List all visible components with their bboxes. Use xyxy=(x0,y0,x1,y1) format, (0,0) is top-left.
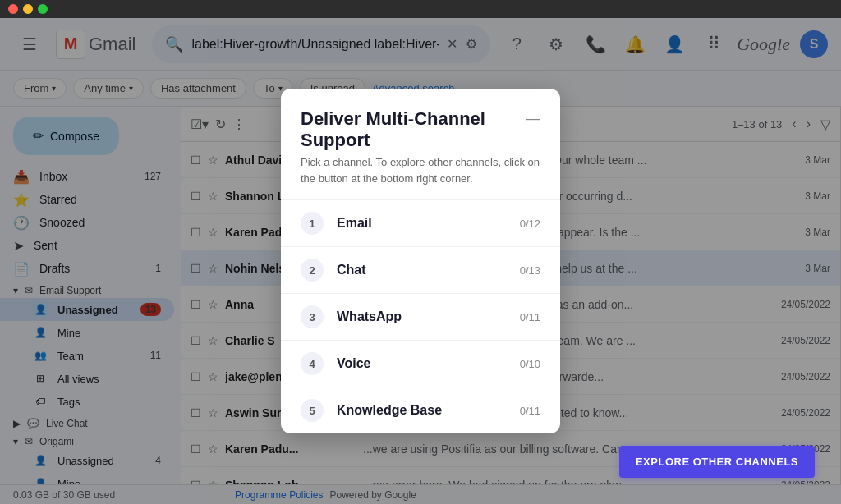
channel-num: 2 xyxy=(301,259,324,282)
window-minimize-btn[interactable] xyxy=(23,4,33,14)
channel-num: 1 xyxy=(301,212,324,235)
channel-item-voice[interactable]: 4 Voice 0/10 xyxy=(281,340,560,387)
channel-count: 0/10 xyxy=(520,358,540,370)
channel-num: 5 xyxy=(301,399,324,422)
channel-name: Email xyxy=(337,216,507,231)
modal-title: Deliver Multi-Channel Support xyxy=(301,108,526,152)
channel-count: 0/11 xyxy=(520,405,540,417)
channel-count: 0/12 xyxy=(520,218,540,230)
window-chrome xyxy=(0,0,841,18)
channel-item-whatsapp[interactable]: 3 WhatsApp 0/11 xyxy=(281,293,560,340)
modal-close-button[interactable]: — xyxy=(526,110,540,127)
channel-item-email[interactable]: 1 Email 0/12 xyxy=(281,199,560,246)
channel-name: WhatsApp xyxy=(337,309,507,324)
channel-num: 4 xyxy=(301,352,324,375)
modal-subtitle: Pick a channel. To explore other channel… xyxy=(281,154,560,199)
channel-list: 1 Email 0/12 2 Chat 0/13 3 WhatsApp 0/11… xyxy=(281,199,560,433)
channel-item-chat[interactable]: 2 Chat 0/13 xyxy=(281,246,560,293)
channel-name: Chat xyxy=(337,263,507,277)
window-close-btn[interactable] xyxy=(8,4,18,14)
modal-header: Deliver Multi-Channel Support — xyxy=(281,108,560,155)
channel-num: 3 xyxy=(301,305,324,328)
channel-count: 0/11 xyxy=(520,311,540,323)
explore-other-channels-button[interactable]: EXPLORE OTHER CHANNELS xyxy=(619,446,815,478)
channel-item-knowledge-base[interactable]: 5 Knowledge Base 0/11 xyxy=(281,387,560,433)
modal-overlay[interactable]: Deliver Multi-Channel Support — Pick a c… xyxy=(0,18,841,504)
window-maximize-btn[interactable] xyxy=(38,4,48,14)
channel-name: Voice xyxy=(337,356,507,371)
channel-modal: Deliver Multi-Channel Support — Pick a c… xyxy=(281,89,560,434)
channel-name: Knowledge Base xyxy=(337,403,507,418)
channel-count: 0/13 xyxy=(520,264,540,277)
